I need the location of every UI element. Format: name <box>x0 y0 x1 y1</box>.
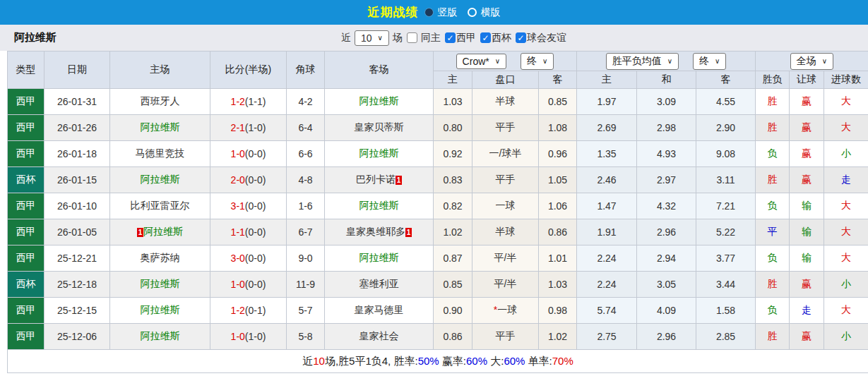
crow-away-odds-cell: 0.96 <box>539 141 577 167</box>
crow-home-odds-cell: 0.90 <box>434 298 472 324</box>
team-name-label: 皇家马德里 <box>355 304 404 315</box>
avg-time-select[interactable]: 终 ∨ <box>693 53 726 70</box>
footer-row: 近10场,胜5平1负4, 胜率:50% 赢率:60% 大:60% 单率:70% <box>8 350 868 373</box>
halftime-score: (0-0) <box>245 174 266 186</box>
away-team-cell: 阿拉维斯 <box>325 141 434 167</box>
full-match-select[interactable]: 全场 ∨ <box>790 53 833 70</box>
cup-checkbox[interactable]: ✓西杯 <box>480 32 511 44</box>
table-row: 西甲26-01-18马德里竞技1-0(0-0)6-6阿拉维斯0.92一/球半0.… <box>8 141 868 167</box>
score-cell: 1-0(1-0) <box>210 324 287 350</box>
radio-unselected-icon[interactable] <box>468 8 477 17</box>
league-type-cell: 西甲 <box>8 115 44 141</box>
summary-segment: 单率: <box>525 355 552 367</box>
team-name: 阿拉维斯 <box>14 31 57 44</box>
checkbox-checked-icon[interactable]: ✓ <box>516 32 526 43</box>
score-cell: 1-2(0-1) <box>210 298 287 324</box>
date-cell: 26-01-05 <box>44 219 110 245</box>
home-team-cell: 阿拉维斯 <box>110 298 210 324</box>
table-row: 西甲25-12-21奥萨苏纳3-0(0-0)9-0阿拉维斯0.87平/半1.01… <box>8 245 868 272</box>
corner-cell: 6-6 <box>287 141 325 167</box>
table-row: 西杯26-01-15阿拉维斯2-0(0-0)4-8巴列卡诺10.83平手1.05… <box>8 167 868 193</box>
crow-handicap-cell: 一/球半 <box>472 141 539 167</box>
match-count-select[interactable]: 10 ∨ <box>355 30 389 46</box>
table-row: 西甲25-12-15阿拉维斯1-2(0-1)5-7皇家马德里0.90*一球0.9… <box>8 298 868 324</box>
crow-home-odds-cell: 0.86 <box>434 324 472 350</box>
horizontal-layout-radio[interactable]: 横版 <box>468 6 501 19</box>
checkbox-unchecked-icon[interactable] <box>407 32 417 43</box>
friendly-checkbox[interactable]: ✓球会友谊 <box>516 32 566 44</box>
chevron-down-icon: ∨ <box>378 34 383 42</box>
summary-segment: 场,胜5平1负4, 胜率: <box>325 355 418 367</box>
avg-away-odds-cell: 5.22 <box>696 219 756 245</box>
odds-company-select[interactable]: Crow* ∨ <box>456 54 506 69</box>
halftime-score: (0-0) <box>245 200 266 212</box>
league-type-cell: 西杯 <box>8 272 44 298</box>
team-name-label: 阿拉维斯 <box>359 95 399 107</box>
chevron-down-icon: ∨ <box>715 57 720 65</box>
radio-selected-icon[interactable] <box>424 8 434 17</box>
crow-handicap-cell: 平手 <box>472 324 539 350</box>
same-home-checkbox[interactable]: 同主 <box>407 32 441 44</box>
checkbox-checked-icon[interactable]: ✓ <box>445 32 456 43</box>
avg-draw-odds-cell: 2.96 <box>637 324 696 350</box>
home-team-cell: 阿拉维斯 <box>110 167 210 193</box>
vertical-layout-radio[interactable]: 竖版 <box>424 6 458 19</box>
goals-result-cell: 大 <box>824 245 868 272</box>
corner-cell: 6-4 <box>287 115 325 141</box>
handicap-label: 平手 <box>496 174 516 185</box>
goals-result-cell: 大 <box>824 219 868 245</box>
layout-radio-group: 竖版横版 <box>424 6 501 19</box>
team-name-label: 马德里竞技 <box>136 147 185 159</box>
summary-segment: 70% <box>552 355 573 367</box>
goals-result-cell: 小 <box>824 141 868 167</box>
crow-home-odds-cell: 1.03 <box>434 89 472 115</box>
sub-header: 胜负 <box>756 71 790 89</box>
table-row: 西甲26-01-26阿拉维斯2-1(1-0)6-4皇家贝蒂斯0.80平手1.08… <box>8 115 868 141</box>
avg-draw-odds-cell: 2.94 <box>637 245 696 272</box>
avg-odds-group: 胜平负均值 ∨ 终 ∨ <box>577 51 756 71</box>
goals-result-cell: 小 <box>824 324 868 350</box>
win-loss-result-cell: 平 <box>756 219 790 245</box>
summary-segment: 大: <box>487 355 504 367</box>
full-match-value: 全场 <box>797 55 816 68</box>
date-cell: 26-01-10 <box>44 193 110 219</box>
goals-result-cell: 大 <box>824 193 868 219</box>
summary-segment: 60% <box>466 355 487 367</box>
table-row: 西甲26-01-10比利亚雷亚尔3-1(0-0)1-6阿拉维斯0.82一球1.0… <box>8 193 868 219</box>
handicap-label: 半球 <box>496 226 516 237</box>
score-cell: 3-1(0-0) <box>210 193 287 219</box>
halftime-score: (0-0) <box>245 226 266 238</box>
team-name-label: 阿拉维斯 <box>141 330 180 341</box>
crow-handicap-cell: 平手 <box>472 115 539 141</box>
away-team-cell: 皇家社会 <box>325 324 434 350</box>
liga-checkbox[interactable]: ✓西甲 <box>445 32 476 44</box>
away-team-cell: 阿拉维斯 <box>325 193 434 219</box>
table-row: 西甲25-12-06阿拉维斯1-0(1-0)5-8皇家社会0.86平手1.022… <box>8 324 868 350</box>
home-team-cell: 1阿拉维斯 <box>110 219 210 245</box>
crow-home-odds-cell: 0.82 <box>434 193 472 219</box>
crow-handicap-cell: 一球 <box>472 193 539 219</box>
summary-stats: 近10场,胜5平1负4, 胜率:50% 赢率:60% 大:60% 单率:70% <box>8 350 868 373</box>
odds-time-select[interactable]: 终 ∨ <box>521 53 554 70</box>
date-cell: 26-01-26 <box>44 115 110 141</box>
avg-draw-odds-cell: 2.97 <box>637 167 696 193</box>
corner-cell: 4-2 <box>287 89 325 115</box>
handicap-label: 一/球半 <box>489 147 522 159</box>
col-header-away: 客场 <box>325 51 434 89</box>
col-header-score: 比分(半场) <box>210 51 287 89</box>
away-team-cell: 皇家奥维耶多1 <box>325 219 434 245</box>
league-type-cell: 西甲 <box>8 219 44 245</box>
games-label: 场 <box>393 32 403 44</box>
avg-away-odds-cell: 3.77 <box>696 245 756 272</box>
fulltime-score: 2-1 <box>231 122 245 133</box>
score-cell: 1-2(1-1) <box>210 89 287 115</box>
handicap-result-cell: 走 <box>790 298 824 324</box>
match-count-value: 10 <box>361 32 372 44</box>
avg-home-odds-cell: 1.35 <box>577 141 637 167</box>
crow-away-odds-cell: 0.98 <box>539 298 577 324</box>
checkbox-label: 西甲 <box>456 32 476 44</box>
avg-away-odds-cell: 2.90 <box>696 115 756 141</box>
avg-odds-select[interactable]: 胜平负均值 ∨ <box>606 53 679 70</box>
checkbox-checked-icon[interactable]: ✓ <box>480 32 491 43</box>
avg-home-odds-cell: 1.47 <box>577 193 637 219</box>
